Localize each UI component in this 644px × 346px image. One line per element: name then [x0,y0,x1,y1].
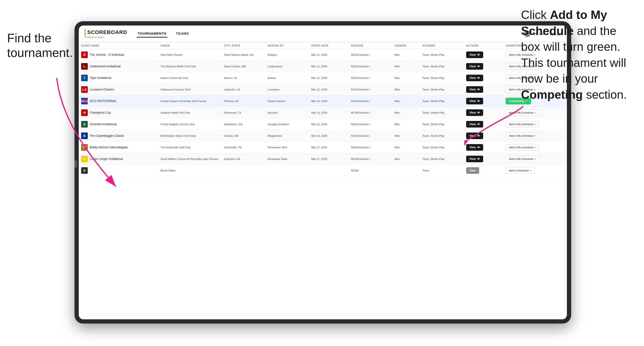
cell-venue-1: Sea Palms Resort [158,49,222,61]
logo-area: SCOREBOARD Powered by clippd [84,29,127,38]
event-name-1: The Johnnie - O Individual [90,53,124,56]
cell-hosted-11 [265,165,309,176]
cell-scoring-7: Team, Stroke Play [420,119,464,130]
cell-scoring-4: Team, Stroke Play [420,84,464,95]
cell-gender-6: Men [392,107,420,119]
plus-icon-11: + [530,169,532,172]
cell-scoring-3: Team, Stroke Play [420,72,464,84]
cell-venue-2: The Missouri Bluffs Golf Club [158,61,222,72]
cell-gender-9: Men [392,142,420,153]
view-button-10[interactable]: View 👁 [466,156,483,162]
cell-gender-3: Men [392,72,420,84]
cell-scoring-2: Team, Stroke Play [420,61,464,72]
col-header-venue: VENUE [158,42,222,49]
tab-teams[interactable]: TEAMS [175,30,190,37]
view-button-3[interactable]: View 👁 [466,75,483,81]
cell-venue-10: Great Waters Course At Reynolds Lake Oco… [158,153,222,165]
cell-scoring-6: Team, Stroke Play [420,107,464,119]
table-row: T Tiger Invitational Auburn University C… [79,72,567,84]
view-button-5[interactable]: View 👁 [466,98,483,104]
table-header-row: EVENT NAME VENUE CITY, STATE HOSTED BY S… [79,42,567,49]
cell-city-2: Saint Charles, MO [222,61,265,72]
cell-competing-11: Add to Schedule + [503,165,567,176]
cell-venue-4: Oakbourne Country Club [158,84,222,95]
add-to-schedule-button-10[interactable]: Add to My Schedule + [506,156,539,162]
plus-icon-10: + [534,158,536,160]
eye-icon-10: 👁 [477,158,480,160]
cell-venue-8: Worthington Manor Golf Club [158,130,222,142]
cell-city-3: Auburn, AL [222,72,265,84]
tournaments-table-container: EVENT NAME VENUE CITY, STATE HOSTED BY S… [79,42,567,319]
col-header-date: START DATE [309,42,348,49]
view-button-1[interactable]: View 👁 [466,51,483,58]
cell-city-4: Lafayette, LA [222,84,265,95]
cell-city-11 [222,165,265,176]
table-row: L Lindenwood Invitational The Missouri B… [79,61,567,72]
cell-venue-5: Grand Canyon University Golf Course [158,95,222,107]
cell-gender-8: Men [392,130,420,142]
plus-icon-6: + [534,111,536,114]
cell-division-4: NCAA Division I [348,84,392,95]
cell-division-6: NCAA Division I [348,107,392,119]
cell-hosted-3: Auburn [265,72,309,84]
tablet-side-button [74,161,77,168]
cell-gender-2: Men [392,61,420,72]
cell-actions-11: View [464,165,504,176]
tablet-screen: SCOREBOARD Powered by clippd TOURNAMENTS… [79,25,567,319]
eye-icon-3: 👁 [477,77,480,79]
cell-scoring-10: Team, Stroke Play [420,153,464,165]
cell-scoring-11: Team, [420,165,464,176]
cell-actions-4: View 👁 [464,84,504,95]
cell-event-1: R The Johnnie - O Individual [79,49,158,61]
cell-hosted-8: Binghamton [265,130,309,142]
cell-competing-10: Add to My Schedule + [503,153,567,165]
add-to-schedule-button-11[interactable]: Add to Schedule + [506,167,534,174]
cell-division-11: NCAA [348,165,392,176]
cell-date-6: Mar 13, 2024 [309,107,348,119]
eye-icon-4: 👁 [477,88,480,91]
cell-scoring-9: Team, Stroke Play [420,142,464,153]
tab-tournaments[interactable]: TOURNAMENTS [137,30,168,37]
event-name-2: Lindenwood Invitational [90,65,120,68]
cell-date-7: Mar 15, 2024 [309,119,348,130]
cell-hosted-9: Tennessee Tech [265,142,309,153]
table-row: LA Louisiana Classics Oakbourne Country … [79,84,567,95]
cell-division-9: NCAA Division I [348,142,392,153]
table-row: X Brook ValleyNCAATeam,ViewAdd to Schedu… [79,165,567,176]
plus-icon-7: + [534,123,536,126]
cell-city-6: Richmond, TX [222,107,265,119]
cell-division-7: NCAA Division I [348,119,392,130]
cell-venue-6: Shadow Hawk Golf Club [158,107,222,119]
col-header-hosted: HOSTED BY [265,42,309,49]
cell-city-7: Statesboro, GA [222,119,265,130]
view-button-11[interactable]: View [466,167,479,174]
cell-hosted-7: Georgia Southern [265,119,309,130]
cell-gender-11 [392,165,420,176]
right-annotation: Click Add to My Schedule and the box wil… [521,7,637,103]
cell-actions-3: View 👁 [464,72,504,84]
cell-division-2: NCAA Division I [348,61,392,72]
right-arrow-annotation [464,104,526,147]
cell-hosted-5: Grand Canyon [265,95,309,107]
cell-division-5: NCAA Division I [348,95,392,107]
cell-division-8: NCAA Division I [348,130,392,142]
view-button-4[interactable]: View 👁 [466,86,483,93]
team-logo-1: R [81,51,88,58]
cell-date-5: Mar 12, 2024 [309,95,348,107]
cell-date-3: Mar 11, 2024 [309,72,348,84]
team-logo-2: L [81,63,88,70]
cell-event-2: L Lindenwood Invitational [79,61,158,72]
cell-division-10: NCAA Division I [348,153,392,165]
plus-icon-9: + [534,146,536,149]
cell-city-1: Saint Simons Island, GA [222,49,265,61]
cell-hosted-6: Houston [265,107,309,119]
col-header-scoring: SCORING [420,42,464,49]
left-annotation: Find the tournament. [7,31,73,60]
cell-hosted-4: Louisiana [265,84,309,95]
cell-city-9: Sevierville, TN [222,142,265,153]
cell-date-1: Mar 11, 2024 [309,49,348,61]
cell-date-9: Mar 17, 2024 [309,142,348,153]
cell-hosted-10: Kennesaw State [265,153,309,165]
view-button-2[interactable]: View 👁 [466,63,483,70]
plus-icon-8: + [534,134,536,137]
